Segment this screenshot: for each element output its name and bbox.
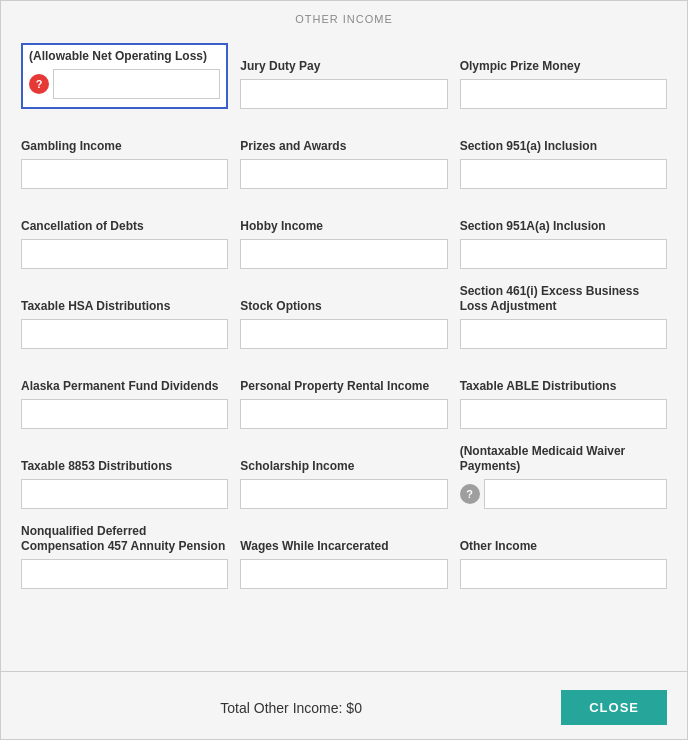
field-group-cancellation-of-debts: Cancellation of Debts [21, 203, 228, 269]
input-other-income[interactable] [460, 559, 667, 589]
input-nonqualified-deferred[interactable] [21, 559, 228, 589]
field-label-olympic-prize-money: Olympic Prize Money [460, 43, 667, 75]
input-alaska-fund[interactable] [21, 399, 228, 429]
modal-header: OTHER INCOME [1, 1, 687, 33]
field-label-jury-duty-pay: Jury Duty Pay [240, 43, 447, 75]
input-section-461i[interactable] [460, 319, 667, 349]
field-label-scholarship-income: Scholarship Income [240, 443, 447, 475]
field-group-taxable-8853: Taxable 8853 Distributions [21, 443, 228, 509]
field-label-section-951Aa: Section 951A(a) Inclusion [460, 203, 667, 235]
field-group-section-951Aa: Section 951A(a) Inclusion [460, 203, 667, 269]
field-group-scholarship-income: Scholarship Income [240, 443, 447, 509]
modal-container: OTHER INCOME (Allowable Net Operating Lo… [0, 0, 688, 740]
help-icon-allowable[interactable]: ? [29, 74, 49, 94]
field-group-nontaxable-medicaid: (Nontaxable Medicaid Waiver Payments) ? [460, 443, 667, 509]
help-icon-medicaid[interactable]: ? [460, 484, 480, 504]
input-jury-duty-pay[interactable] [240, 79, 447, 109]
field-group-other-income: Other Income [460, 523, 667, 589]
input-olympic-prize-money[interactable] [460, 79, 667, 109]
input-scholarship-income[interactable] [240, 479, 447, 509]
input-taxable-able[interactable] [460, 399, 667, 429]
input-section-951a[interactable] [460, 159, 667, 189]
field-group-alaska-fund: Alaska Permanent Fund Dividends [21, 363, 228, 429]
input-allowable-net-operating-loss[interactable] [53, 69, 220, 99]
input-prizes-and-awards[interactable] [240, 159, 447, 189]
field-group-section-951a: Section 951(a) Inclusion [460, 123, 667, 189]
field-label-wages-incarcerated: Wages While Incarcerated [240, 523, 447, 555]
input-personal-property-rental[interactable] [240, 399, 447, 429]
field-label-allowable-net-operating-loss: (Allowable Net Operating Loss) [29, 49, 220, 65]
input-cancellation-of-debts[interactable] [21, 239, 228, 269]
field-group-gambling-income: Gambling Income [21, 123, 228, 189]
field-group-jury-duty-pay: Jury Duty Pay [240, 43, 447, 109]
field-label-taxable-hsa: Taxable HSA Distributions [21, 283, 228, 315]
field-input-wrapper-medicaid: ? [460, 479, 667, 509]
input-stock-options[interactable] [240, 319, 447, 349]
field-label-stock-options: Stock Options [240, 283, 447, 315]
modal-body: (Allowable Net Operating Loss) ? Jury Du… [1, 33, 687, 663]
field-label-nonqualified-deferred: Nonqualified Deferred Compensation 457 A… [21, 523, 228, 555]
field-group-taxable-hsa: Taxable HSA Distributions [21, 283, 228, 349]
input-hobby-income[interactable] [240, 239, 447, 269]
input-taxable-8853[interactable] [21, 479, 228, 509]
field-group-personal-property-rental: Personal Property Rental Income [240, 363, 447, 429]
field-group-section-461i: Section 461(i) Excess Business Loss Adju… [460, 283, 667, 349]
modal-title: OTHER INCOME [295, 13, 393, 25]
footer-divider [1, 671, 687, 672]
field-group-prizes-and-awards: Prizes and Awards [240, 123, 447, 189]
total-section: Total Other Income: $0 [220, 700, 362, 716]
input-nontaxable-medicaid[interactable] [484, 479, 667, 509]
field-label-alaska-fund: Alaska Permanent Fund Dividends [21, 363, 228, 395]
field-group-taxable-able: Taxable ABLE Distributions [460, 363, 667, 429]
field-input-wrapper-allowable: ? [29, 69, 220, 99]
close-button[interactable]: CLOSE [561, 690, 667, 725]
modal-footer: Total Other Income: $0 CLOSE [1, 680, 687, 739]
field-label-section-461i: Section 461(i) Excess Business Loss Adju… [460, 283, 667, 315]
field-label-nontaxable-medicaid: (Nontaxable Medicaid Waiver Payments) [460, 443, 667, 475]
field-label-section-951a: Section 951(a) Inclusion [460, 123, 667, 155]
field-label-gambling-income: Gambling Income [21, 123, 228, 155]
field-label-personal-property-rental: Personal Property Rental Income [240, 363, 447, 395]
input-wages-incarcerated[interactable] [240, 559, 447, 589]
field-group-wages-incarcerated: Wages While Incarcerated [240, 523, 447, 589]
field-label-taxable-8853: Taxable 8853 Distributions [21, 443, 228, 475]
field-group-olympic-prize-money: Olympic Prize Money [460, 43, 667, 109]
input-gambling-income[interactable] [21, 159, 228, 189]
field-group-hobby-income: Hobby Income [240, 203, 447, 269]
total-label: Total Other Income: $0 [220, 700, 362, 716]
field-label-cancellation-of-debts: Cancellation of Debts [21, 203, 228, 235]
field-group-allowable-net-operating-loss: (Allowable Net Operating Loss) ? [21, 43, 228, 109]
fields-grid: (Allowable Net Operating Loss) ? Jury Du… [21, 43, 667, 603]
field-group-stock-options: Stock Options [240, 283, 447, 349]
input-taxable-hsa[interactable] [21, 319, 228, 349]
field-label-hobby-income: Hobby Income [240, 203, 447, 235]
field-group-nonqualified-deferred: Nonqualified Deferred Compensation 457 A… [21, 523, 228, 589]
input-section-951Aa[interactable] [460, 239, 667, 269]
field-label-prizes-and-awards: Prizes and Awards [240, 123, 447, 155]
field-label-other-income: Other Income [460, 523, 667, 555]
field-label-taxable-able: Taxable ABLE Distributions [460, 363, 667, 395]
